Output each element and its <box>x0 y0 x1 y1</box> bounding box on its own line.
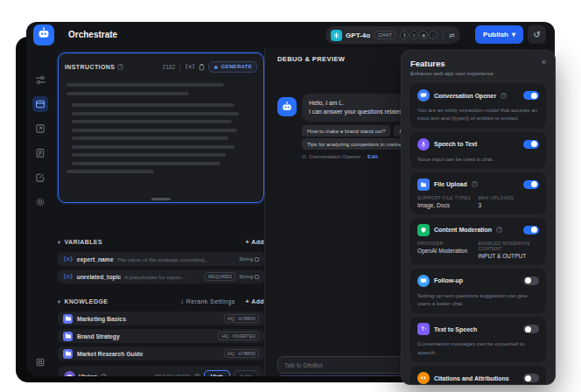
text-line <box>72 162 220 165</box>
robot-icon <box>37 26 51 44</box>
text-line <box>66 170 154 173</box>
screenshot-stage: Orchestrate GPT-4o CHAT $ ≡ ◉ ♪ ⇄ Publis… <box>0 0 581 392</box>
text-line <box>72 153 226 157</box>
quote-icon <box>417 372 430 384</box>
variables-section-header: ▾ VARIABLES + Add <box>58 239 264 245</box>
sidebar-item-settings[interactable] <box>32 194 48 210</box>
resolution-high-button[interactable]: High <box>204 370 230 376</box>
resolution-label: RESOLUTION <box>155 374 190 376</box>
model-selector[interactable]: GPT-4o CHAT $ ≡ ◉ ♪ ⇄ <box>326 26 460 44</box>
knowledge-row[interactable]: Marketing Basics HQ · HYBRID <box>58 312 264 326</box>
folder-icon <box>63 314 73 324</box>
feature-toggle[interactable] <box>523 91 539 100</box>
knowledge-name: Brand Strategy <box>77 333 214 340</box>
sidebar-item-preview[interactable] <box>32 121 48 136</box>
variable-type[interactable]: String <box>239 274 259 279</box>
folder-icon <box>63 332 73 341</box>
feature-cards-list: Conversation Opener ? You are an entity … <box>410 83 546 385</box>
generate-button[interactable]: ★ GENERATE <box>208 61 257 73</box>
divider <box>443 31 444 39</box>
feature-name: Citations and Attributions <box>434 375 509 382</box>
resize-handle[interactable] <box>151 198 171 200</box>
text-to-speech-icon <box>417 323 430 335</box>
left-sidebar <box>26 48 54 376</box>
knowledge-row[interactable]: Market Research Guide HQ · HYBRID <box>58 346 264 360</box>
app-logo[interactable] <box>33 24 54 46</box>
folder-icon <box>63 349 73 359</box>
info-icon: ? <box>117 64 123 70</box>
type-switch-icon <box>255 257 259 262</box>
feature-toggle[interactable] <box>523 226 539 234</box>
feature-toggle[interactable] <box>523 325 539 333</box>
variable-description: The name of the strategic consulting... <box>117 256 236 262</box>
edit-opener-link[interactable]: Edit <box>368 153 378 159</box>
feature-toggle[interactable] <box>523 276 539 285</box>
feature-name: Text to Speech <box>434 326 477 332</box>
feature-description: Conversation messages can be converted t… <box>417 340 539 356</box>
sidebar-item-widget[interactable] <box>32 354 48 370</box>
sidebar-item-logs[interactable] <box>32 145 48 161</box>
variable-key: unrelated_topic <box>77 274 122 280</box>
publish-button[interactable]: Publish ▾ <box>475 25 523 44</box>
capability-icon: ≡ <box>410 31 418 39</box>
sparkle-icon: ★ <box>214 64 219 70</box>
vision-label: Vision <box>79 373 97 377</box>
chevron-down-icon[interactable]: ▾ <box>58 298 60 304</box>
feature-description: Setting up next questions suggestion can… <box>417 291 539 308</box>
sidebar-item-tune[interactable] <box>32 72 48 88</box>
features-panel-header: Features × <box>410 59 546 68</box>
suggested-question-chip[interactable]: How to make a brand stand out? <box>302 125 390 136</box>
chevron-down-icon[interactable]: ▾ <box>58 239 60 245</box>
feature-card-citations: Citations and Attributions Show source d… <box>410 366 546 385</box>
variable-type[interactable]: String <box>239 256 259 262</box>
feature-toggle[interactable] <box>523 180 539 189</box>
knowledge-row[interactable]: Brand Strategy HQ · INVERTED <box>58 329 264 343</box>
debug-preview-title: DEBUG & PREVIEW <box>277 55 345 63</box>
rerank-settings-button[interactable]: ↕ Rerank Settings <box>181 298 235 304</box>
instructions-panel[interactable]: INSTRUCTIONS ? 2182 [x] ★ GENERATE <box>58 52 264 203</box>
top-bar: Orchestrate GPT-4o CHAT $ ≡ ◉ ♪ ⇄ Publis… <box>26 22 555 48</box>
feature-card-file-upload: File Upload ? SUPPORT FILE TYPES Image, … <box>410 172 546 214</box>
copy-icon[interactable] <box>198 59 206 74</box>
generate-label: GENERATE <box>221 64 252 69</box>
sidebar-item-orchestrate[interactable] <box>32 96 48 112</box>
instructions-text-skeleton[interactable] <box>59 78 263 184</box>
insert-variable-icon[interactable]: [x] <box>185 63 195 70</box>
rerank-icon: ↕ <box>181 298 185 304</box>
publish-label: Publish <box>483 31 508 38</box>
variable-icon: {x} <box>63 273 74 280</box>
variable-row[interactable]: {x} unrelated_topic A placeholder for to… <box>58 270 264 284</box>
retrieval-badge: HQ · HYBRID <box>224 314 259 323</box>
model-name: GPT-4o <box>346 32 370 39</box>
features-panel-subtitle: Enhance web app user experience <box>410 70 546 76</box>
suggested-question-chip[interactable]: Tips for analyzing competitors in marke <box>302 138 406 150</box>
history-icon: ↺ <box>533 30 540 39</box>
info-icon: ? <box>500 93 507 99</box>
text-line <box>72 112 239 116</box>
model-capability-icons: $ ≡ ◉ ♪ <box>400 31 438 39</box>
knowledge-section-header: ▾ KNOWLEDGE ↕ Rerank Settings + Add <box>58 298 264 304</box>
version-history-button[interactable]: ↺ <box>528 25 546 44</box>
feature-field: MAX UPLOADS 3 <box>479 195 540 208</box>
retrieval-badge: HQ · INVERTED <box>218 332 259 340</box>
gear-icon: ⊙ <box>302 153 306 159</box>
feature-card-speech-to-text: Speech to Text Voice input can be used i… <box>410 132 546 169</box>
retrieval-badge: HQ · HYBRID <box>224 349 259 358</box>
add-variable-button[interactable]: + Add <box>246 239 264 245</box>
add-knowledge-button[interactable]: + Add <box>246 298 264 304</box>
variable-row[interactable]: {x} expert_name The name of the strategi… <box>58 252 264 266</box>
text-line <box>72 129 237 132</box>
feature-toggle[interactable] <box>523 140 539 149</box>
feature-toggle[interactable] <box>523 374 539 382</box>
text-line <box>72 120 232 123</box>
sidebar-item-annotations[interactable] <box>32 170 48 186</box>
feature-card-conversation-opener: Conversation Opener ? You are an entity … <box>410 83 546 129</box>
info-icon: ? <box>472 181 478 187</box>
model-swap-icon[interactable]: ⇄ <box>449 32 455 39</box>
features-panel-title: Features <box>410 59 445 68</box>
info-icon: ? <box>194 374 200 377</box>
resolution-low-button[interactable]: Low <box>234 370 258 376</box>
type-switch-icon <box>255 275 259 279</box>
close-icon[interactable]: × <box>542 59 546 66</box>
model-provider-icon <box>331 30 342 41</box>
